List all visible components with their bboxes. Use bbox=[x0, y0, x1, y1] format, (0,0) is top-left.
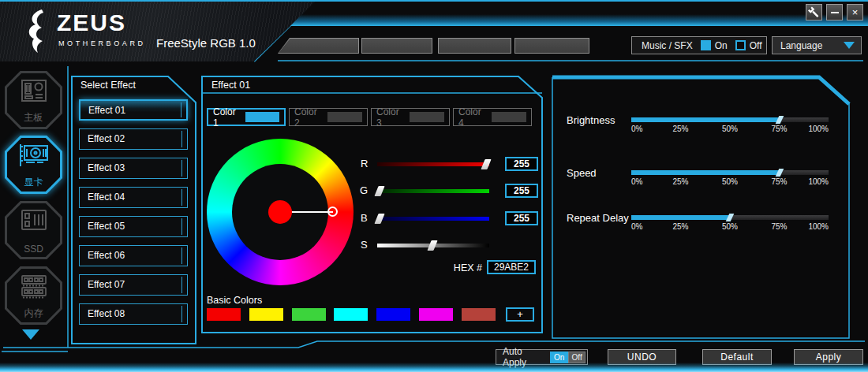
music-sfx-off-label: Off bbox=[750, 40, 762, 51]
zeus-logo-icon bbox=[22, 8, 54, 55]
red-value-field[interactable]: 255 bbox=[505, 157, 538, 171]
toolbar-blank-button-1[interactable] bbox=[278, 38, 359, 54]
sidebar-item-label: 显卡 bbox=[5, 176, 62, 189]
brand-name: ZEUS bbox=[57, 9, 126, 36]
sidebar-item-gpu[interactable]: 显卡 bbox=[5, 136, 62, 194]
speed-slider-fill[interactable] bbox=[631, 170, 780, 175]
green-channel-label: G bbox=[360, 184, 368, 196]
speed-ticks: 0% 25% 50% 75% 100% bbox=[631, 177, 829, 187]
add-color-button[interactable]: + bbox=[506, 307, 534, 322]
green-slider[interactable] bbox=[377, 189, 489, 193]
green-slider-handle[interactable] bbox=[374, 186, 384, 196]
sidebar-item-motherboard[interactable]: 主板 bbox=[5, 71, 62, 129]
red-slider[interactable] bbox=[377, 162, 489, 166]
saturation-slider[interactable] bbox=[377, 244, 489, 247]
effect-button-7[interactable]: Effect 07 bbox=[79, 274, 188, 296]
saturation-channel-label: S bbox=[361, 239, 368, 251]
basic-color-swatch-5[interactable] bbox=[376, 308, 410, 321]
red-channel-label: R bbox=[361, 158, 368, 169]
basic-color-swatch-4[interactable] bbox=[334, 308, 368, 321]
repeat-delay-ticks: 0% 25% 50% 75% 100% bbox=[631, 222, 829, 232]
color-slot-tab-4[interactable]: Color 4 bbox=[453, 108, 532, 126]
effect-button-3[interactable]: Effect 03 bbox=[79, 158, 188, 179]
color-slot-tab-2[interactable]: Color 2 bbox=[289, 108, 368, 126]
basic-color-swatch-6[interactable] bbox=[419, 308, 453, 321]
ssd-icon bbox=[19, 208, 49, 233]
basic-color-swatch-1[interactable] bbox=[207, 308, 241, 321]
titlebar-strip bbox=[254, 2, 868, 26]
chevron-down-icon bbox=[844, 42, 855, 49]
repeat-delay-slider[interactable] bbox=[631, 215, 829, 220]
app-title: FreeStyle RGB 1.0 bbox=[156, 36, 256, 50]
hue-handle[interactable] bbox=[327, 206, 338, 217]
brightness-label: Brightness bbox=[567, 114, 615, 126]
sidebar-item-label: 主板 bbox=[5, 111, 62, 125]
color-slot-label: Color 2 bbox=[294, 106, 322, 128]
minimize-icon bbox=[831, 12, 839, 13]
sidebar-scroll-down-icon[interactable] bbox=[22, 329, 39, 340]
sidebar-item-label: 内存 bbox=[5, 307, 62, 320]
effect-button-2[interactable]: Effect 02 bbox=[79, 128, 188, 150]
effect-button-4[interactable]: Effect 04 bbox=[79, 187, 188, 208]
gpu-icon bbox=[17, 143, 51, 169]
wrench-icon bbox=[806, 5, 821, 20]
toolbar-blank-button-3[interactable] bbox=[438, 38, 511, 54]
language-dropdown[interactable]: Language bbox=[772, 36, 862, 54]
basic-color-swatch-2[interactable] bbox=[249, 308, 283, 321]
color-slot-label: Color 3 bbox=[376, 106, 404, 128]
music-sfx-on-checkbox[interactable] bbox=[701, 40, 711, 50]
sidebar-item-ssd[interactable]: SSD bbox=[5, 201, 62, 259]
repeat-delay-label: Repeat Delay bbox=[567, 212, 629, 224]
window-top-border bbox=[0, 0, 868, 2]
blue-slider-handle[interactable] bbox=[374, 214, 384, 224]
brightness-ticks: 0% 25% 50% 75% 100% bbox=[631, 125, 829, 134]
basic-color-swatch-7[interactable] bbox=[462, 308, 496, 321]
sidebar-item-ram[interactable]: 内存 bbox=[5, 266, 62, 325]
effect-button-5[interactable]: Effect 05 bbox=[79, 216, 188, 237]
editor-panel-title: Effect 01 bbox=[211, 80, 250, 91]
select-effect-title: Select Effect bbox=[80, 80, 136, 91]
blue-value-field[interactable]: 255 bbox=[505, 211, 538, 225]
settings-button[interactable] bbox=[806, 4, 822, 20]
hex-value-field[interactable]: 29ABE2 bbox=[487, 260, 536, 274]
blue-channel-label: B bbox=[361, 212, 368, 224]
color-slot-tab-3[interactable]: Color 3 bbox=[371, 108, 450, 126]
effect-button-6[interactable]: Effect 06 bbox=[79, 245, 188, 266]
close-icon: × bbox=[852, 7, 859, 17]
toolbar-blank-button-4[interactable] bbox=[514, 38, 589, 54]
music-sfx-label: Music / SFX bbox=[632, 40, 693, 51]
color-slot-swatch bbox=[327, 112, 362, 122]
motherboard-icon bbox=[19, 78, 49, 105]
color-wheel[interactable] bbox=[207, 139, 354, 285]
sidebar-item-label: SSD bbox=[5, 244, 62, 255]
repeat-delay-slider-fill[interactable] bbox=[631, 215, 730, 220]
close-button[interactable]: × bbox=[847, 4, 863, 20]
color-slot-tab-1[interactable]: Color 1 bbox=[207, 108, 286, 126]
color-slot-swatch bbox=[410, 112, 444, 122]
brand-subtitle: MOTHERBOARD bbox=[58, 39, 146, 47]
brightness-slider[interactable] bbox=[631, 117, 829, 122]
effect-button-1[interactable]: Effect 01 bbox=[79, 99, 188, 121]
color-slot-swatch bbox=[245, 112, 279, 122]
saturation-slider-handle[interactable] bbox=[427, 240, 437, 251]
basic-colors-label: Basic Colors bbox=[207, 295, 262, 306]
toolbar-blank-button-2[interactable] bbox=[361, 38, 432, 54]
basic-color-swatch-3[interactable] bbox=[292, 308, 326, 321]
freestyle-rgb-window: ZEUS MOTHERBOARD FreeStyle RGB 1.0 × Mus… bbox=[0, 0, 868, 372]
blue-slider[interactable] bbox=[377, 217, 489, 221]
selected-color-dot bbox=[268, 200, 292, 224]
minimize-button[interactable] bbox=[826, 4, 843, 20]
music-sfx-group: Music / SFX On Off bbox=[631, 36, 767, 54]
auto-apply-off-toggle[interactable]: Off bbox=[568, 352, 586, 363]
ram-icon bbox=[19, 273, 49, 300]
music-sfx-off-checkbox[interactable] bbox=[735, 40, 746, 50]
red-slider-handle[interactable] bbox=[481, 159, 491, 169]
language-label: Language bbox=[773, 40, 822, 51]
auto-apply-on-toggle[interactable]: On bbox=[550, 352, 568, 363]
brightness-slider-fill[interactable] bbox=[631, 117, 780, 122]
speed-slider[interactable] bbox=[631, 170, 829, 175]
effect-button-8[interactable]: Effect 08 bbox=[79, 303, 188, 325]
color-slot-label: Color 1 bbox=[213, 106, 240, 128]
green-value-field[interactable]: 255 bbox=[505, 184, 538, 198]
color-slot-label: Color 4 bbox=[458, 106, 486, 128]
